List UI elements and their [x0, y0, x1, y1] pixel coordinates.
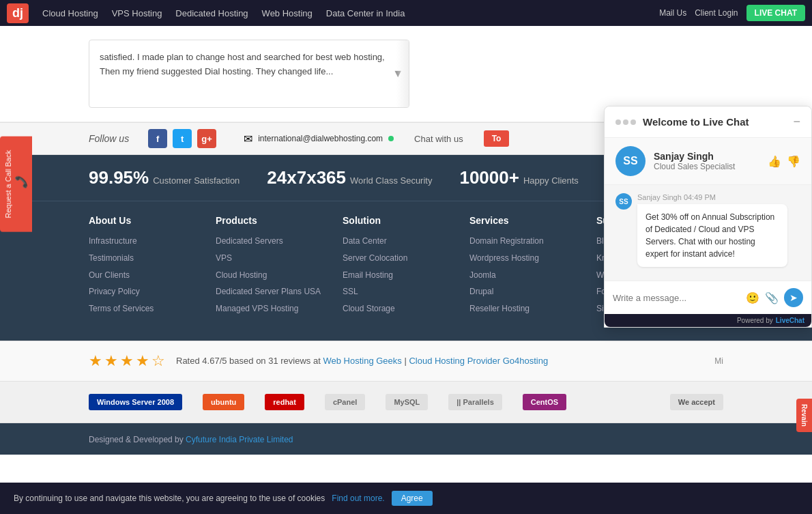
cookie-find-out-link[interactable]: Find out more. — [332, 494, 384, 503]
facebook-icon[interactable]: f — [148, 129, 167, 148]
footer-link-our-clients[interactable]: Our Clients — [89, 270, 216, 281]
thumbs-down-icon[interactable]: 👎 — [787, 155, 800, 168]
footer-link-dedicated-servers[interactable]: Dedicated Servers — [216, 235, 343, 247]
footer-link-drupal[interactable]: Drupal — [469, 286, 596, 298]
footer-link-dedicated-plans[interactable]: Dedicated Server Plans USA — [216, 286, 343, 298]
star-1: ★ — [89, 352, 102, 370]
ratings-bar: ★ ★ ★ ★ ☆ Rated 4.67/5 based on 31 revie… — [0, 341, 812, 382]
stat-label-security: World Class Security — [350, 175, 432, 186]
chat-input-area[interactable]: 🙂 📎 ➤ — [605, 281, 811, 314]
nav-dedicated-hosting[interactable]: Dedicated Hosting — [175, 8, 248, 18]
cyfuture-link[interactable]: Cyfuture India Private Limited — [186, 435, 293, 444]
chat-send-button[interactable]: ➤ — [784, 288, 803, 307]
footer-link-ssl[interactable]: SSL — [343, 286, 469, 298]
footer-link-managed-vps[interactable]: Managed VPS Hosting — [216, 303, 343, 315]
navigation: dj Cloud Hosting VPS Hosting Dedicated H… — [0, 0, 812, 26]
googleplus-icon[interactable]: g+ — [197, 129, 216, 148]
stat-label-satisfaction: Customer Satisfaction — [153, 175, 240, 186]
chat-minimize-button[interactable]: − — [793, 115, 800, 129]
testimonial-text: satisfied. I made plan to change host an… — [100, 52, 385, 76]
nav-vps-hosting[interactable]: VPS Hosting — [112, 8, 162, 18]
stat-clients: 10000+ Happy Clients — [459, 167, 578, 188]
mail-us-link[interactable]: Mail Us — [659, 8, 686, 18]
nav-data-center[interactable]: Data Center in India — [326, 8, 405, 18]
footer-link-testimonials[interactable]: Testimonials — [89, 253, 216, 264]
site-logo[interactable]: dj — [7, 3, 29, 23]
cpanel-logo: cPanel — [325, 394, 365, 410]
livechat-logo: LiveChat — [776, 317, 804, 324]
footer-link-infrastructure[interactable]: Infrastructure — [89, 235, 216, 247]
footer-link-terms[interactable]: Terms of Services — [89, 303, 216, 315]
footer-col-services-heading: Services — [469, 215, 596, 226]
chat-mini-avatar: SS — [615, 193, 632, 210]
star-3: ★ — [120, 352, 134, 370]
star-2: ★ — [104, 352, 118, 370]
footer-link-vps[interactable]: VPS — [216, 253, 343, 264]
go4hosting-link[interactable]: Cloud Hosting Provider Go4hosting — [409, 356, 548, 366]
chat-message: SS Sanjay Singh 04:49 PM Get 30% off on … — [615, 193, 800, 267]
footer-link-server-colocation[interactable]: Server Colocation — [343, 253, 469, 264]
client-login-link[interactable]: Client Login — [695, 8, 738, 18]
attachment-icon[interactable]: 📎 — [765, 291, 779, 304]
chat-title: Welcome to Live Chat — [643, 116, 793, 128]
chat-message-input[interactable] — [613, 293, 740, 303]
nav-links: Cloud Hosting VPS Hosting Dedicated Host… — [42, 8, 659, 18]
footer-link-privacy-policy[interactable]: Privacy Policy — [89, 286, 216, 298]
revain-badge[interactable]: Revain — [796, 399, 812, 432]
cookie-bar: By continuing to use and navigate this w… — [0, 483, 812, 514]
stat-num-satisfaction: 99.95% — [89, 167, 149, 188]
chat-input-icons: 🙂 📎 ➤ — [746, 288, 803, 307]
email-icon: ✉ — [244, 132, 252, 145]
ubuntu-logo: ubuntu — [203, 394, 244, 410]
agent-name: Sanjay Singh — [654, 151, 759, 162]
centos-logo: CentOS — [523, 394, 566, 410]
emoji-icon[interactable]: 🙂 — [746, 291, 759, 304]
footer-link-wordpress-hosting[interactable]: Wordpress Hosting — [469, 253, 596, 264]
footer-link-data-center[interactable]: Data Center — [343, 235, 469, 247]
chat-powered-by: Powered by LiveChat — [605, 314, 811, 327]
side-callback-text: Request a Call Back — [4, 150, 12, 218]
footer-col-about: About Us Infrastructure Testimonials Our… — [89, 215, 216, 320]
footer-link-joomla[interactable]: Joomla — [469, 270, 596, 281]
chat-messages-area: SS Sanjay Singh 04:49 PM Get 30% off on … — [605, 185, 811, 281]
follow-text: Follow us — [89, 133, 129, 144]
mysql-logo: MySQL — [386, 394, 428, 410]
footer-col-about-heading: About Us — [89, 215, 216, 226]
footer-link-cloud-hosting[interactable]: Cloud Hosting — [216, 270, 343, 281]
footer-link-domain-registration[interactable]: Domain Registration — [469, 235, 596, 247]
nav-cloud-hosting[interactable]: Cloud Hosting — [42, 8, 98, 18]
chat-section: Chat with us — [414, 134, 463, 144]
chat-header: Welcome to Live Chat − — [605, 106, 811, 138]
footer-link-cloud-storage[interactable]: Cloud Storage — [343, 303, 469, 315]
accept-badge: We accept — [670, 394, 723, 410]
testimonial-box: satisfied. I made plan to change host an… — [89, 40, 409, 108]
live-chat-button[interactable]: LIVE CHAT — [746, 5, 805, 21]
chat-msg-bubble: Get 30% off on Annual Subscription of De… — [637, 204, 787, 267]
parallels-logo: || Parallels — [448, 394, 502, 410]
thumbs-up-icon[interactable]: 👍 — [768, 155, 781, 168]
chat-msg-meta: Sanjay Singh 04:49 PM — [637, 193, 787, 201]
email-address: international@dialwebhosting.com — [258, 134, 383, 143]
footer-link-email-hosting[interactable]: Email Hosting — [343, 270, 469, 281]
phone-section[interactable]: To — [484, 130, 510, 147]
live-chat-panel: Welcome to Live Chat − SS Sanjay Singh C… — [604, 106, 812, 328]
chat-with-us-label: Chat with us — [414, 134, 463, 144]
side-callback-button[interactable]: Request a Call Back 📞 — [0, 137, 32, 232]
web-hosting-geeks-link[interactable]: Web Hosting Geeks — [323, 356, 401, 366]
footer-col-solution-heading: Solution — [343, 215, 469, 226]
cookie-text: By continuing to use and navigate this w… — [14, 494, 325, 503]
social-icons: f t g+ — [148, 129, 216, 148]
footer-link-reseller-hosting[interactable]: Reseller Hosting — [469, 303, 596, 315]
scroll-indicator: ▼ — [392, 65, 403, 83]
cookie-agree-button[interactable]: Agree — [392, 491, 433, 506]
nav-web-hosting[interactable]: Web Hosting — [262, 8, 313, 18]
nav-right: Mail Us Client Login LIVE CHAT — [659, 5, 805, 21]
stat-num-security: 24x7x365 — [267, 167, 346, 188]
twitter-icon[interactable]: t — [173, 129, 192, 148]
side-callback-phone-icon: 📞 — [15, 175, 28, 189]
stat-num-clients: 10000+ — [459, 167, 519, 188]
footer-col-solution: Solution Data Center Server Colocation E… — [343, 215, 469, 320]
stat-label-clients: Happy Clients — [523, 175, 579, 186]
email-section: ✉ international@dialwebhosting.com — [244, 132, 394, 145]
chat-dot-3 — [630, 119, 636, 125]
